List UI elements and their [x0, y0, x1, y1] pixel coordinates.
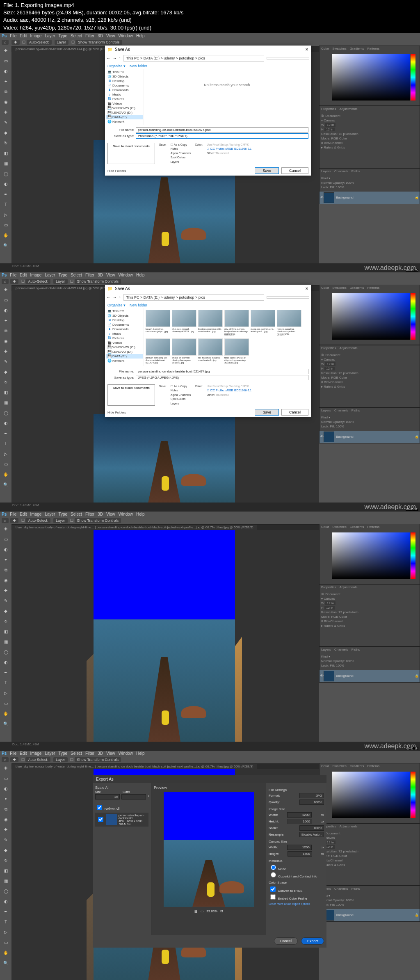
opt-copy[interactable]: As a Copy [174, 143, 187, 146]
new-folder-button[interactable]: New folder [130, 64, 147, 68]
hue-slider[interactable] [411, 54, 415, 101]
file-thumbnail[interactable]: city-skyline-across-body-of-water-during… [224, 310, 248, 336]
menu-edit[interactable]: Edit [20, 33, 27, 39]
move-tool-icon[interactable]: ✚ [1, 285, 11, 295]
file-thumbnail[interactable]: six-assorted-colored-row-boats-1...jpg [198, 338, 222, 365]
marquee-tool-icon[interactable]: ▭ [1, 56, 11, 66]
file-thumbnail[interactable]: blur-boy-casual-close-up-42833...jpg [172, 310, 196, 336]
filename-input[interactable] [136, 369, 308, 374]
document-tab[interactable]: person-standing-on-dock-beside-boat-5214… [12, 46, 115, 52]
menu-window[interactable]: Window [118, 33, 133, 39]
width-input[interactable] [287, 812, 312, 818]
quality-input[interactable] [299, 800, 324, 805]
move-tool-icon[interactable]: ✚ [1, 46, 11, 56]
organize-menu[interactable]: Organize ▾ [107, 64, 126, 68]
menu-select[interactable]: Select [71, 33, 82, 39]
meta-cc-radio[interactable] [271, 872, 276, 877]
cancel-button[interactable]: Cancel [281, 167, 308, 174]
tab-gradients[interactable]: Gradients [350, 47, 364, 50]
menu-3d[interactable]: 3D [98, 33, 103, 39]
resample-input[interactable] [299, 832, 324, 837]
mode-value[interactable]: RGB Color [331, 137, 347, 140]
back-icon[interactable]: ← [107, 56, 110, 60]
crop-tool-icon[interactable]: ⧉ [1, 87, 11, 97]
search-input[interactable] [267, 57, 309, 59]
shape-tool-icon[interactable]: ▭ [1, 220, 11, 230]
cloud-button[interactable]: Save to cloud documents [107, 143, 155, 164]
layer-row-background[interactable]: 👁 Background 🔒 [320, 192, 420, 204]
res-value[interactable]: 72 pixels/inch [338, 132, 358, 136]
add-size-icon[interactable]: + [148, 794, 150, 800]
hand-tool-icon[interactable]: ✋ [1, 231, 11, 240]
tab-layers[interactable]: Layers [321, 169, 331, 173]
savetype-input[interactable] [136, 133, 308, 139]
eyedropper-tool-icon[interactable]: ◉ [1, 97, 11, 107]
suffix-input[interactable] [121, 794, 146, 800]
blur-tool-icon[interactable]: ◯ [1, 169, 11, 179]
gradient-tool-icon[interactable]: ▦ [1, 159, 11, 169]
tab-channels[interactable]: Channels [334, 169, 348, 173]
tab-paths[interactable]: Paths [352, 169, 360, 173]
stamp-tool-icon[interactable]: ◆ [1, 128, 11, 138]
learn-more-link[interactable]: Learn more about export options [269, 902, 324, 905]
tab-swatches[interactable]: Swatches [332, 47, 347, 50]
wand-tool-icon[interactable]: ✦ [1, 77, 11, 87]
grid-icon[interactable]: ▦ [194, 909, 198, 913]
opt-icc[interactable]: ICC Profile: sRGB IEC61966-2.1 [210, 147, 252, 150]
layer-dropdown[interactable]: Layer [55, 40, 69, 45]
dodge-tool-icon[interactable]: ◐ [1, 179, 11, 189]
file-thumbnail[interactable]: businesswoman-with-notebook-s...jpg [198, 310, 222, 336]
tab-properties[interactable]: Properties [321, 107, 336, 111]
width-value[interactable]: 12 in [325, 123, 336, 127]
close-icon[interactable]: ✕ [305, 47, 308, 52]
brush-tool-icon[interactable]: ✎ [1, 118, 11, 128]
menu-file[interactable]: File [10, 33, 16, 39]
savetype-input[interactable] [136, 375, 308, 380]
export-button[interactable]: Export [301, 937, 324, 945]
rulers-section[interactable]: ▸ Rulers & Grids [321, 146, 418, 149]
view-icon[interactable]: ▭ [201, 909, 204, 913]
transform-label[interactable]: Show Transform Controls [75, 40, 122, 45]
menu-image[interactable]: Image [30, 33, 42, 39]
convert-checkbox[interactable] [270, 886, 276, 892]
meta-none-radio[interactable] [271, 865, 276, 870]
menu-view[interactable]: View [106, 33, 115, 39]
cloud-button[interactable]: Save to cloud documents [107, 384, 155, 406]
home-icon[interactable]: ⌂ [2, 40, 9, 45]
path-bar[interactable]: This PC > DATA (E:) > udemy > potoshop >… [123, 55, 265, 62]
menu-filter[interactable]: Filter [85, 33, 94, 39]
heal-tool-icon[interactable]: ✚ [1, 107, 11, 117]
canvas-section[interactable]: ▾ Canvas [321, 119, 418, 122]
home-icon[interactable]: ⌂ [2, 279, 9, 284]
file-thumbnail[interactable]: photo-of-woman-closing-her-eyes-751689.j… [172, 338, 196, 365]
save-button[interactable]: Save [255, 409, 279, 416]
height-input[interactable] [288, 819, 312, 824]
close-icon[interactable]: ✕ [305, 286, 308, 291]
select-all-checkbox[interactable] [97, 805, 102, 810]
bit-depth[interactable]: 8 Bits/Channel [321, 141, 418, 145]
type-tool-icon[interactable]: T [1, 200, 11, 210]
zoom-value[interactable]: 33.83% [206, 909, 217, 913]
zoom-tool-icon[interactable]: 🔍 [1, 241, 11, 251]
fit-icon[interactable]: ⊡ [220, 909, 223, 913]
size-input[interactable] [95, 794, 120, 800]
eraser-tool-icon[interactable]: ◧ [1, 148, 11, 158]
file-thumbnail[interactable]: time-lapse-photo-of-city-during-evening-… [224, 338, 248, 365]
format-input[interactable] [299, 793, 324, 798]
pen-tool-icon[interactable]: ✒ [1, 190, 11, 199]
cheight-input[interactable] [288, 851, 312, 857]
menu-help[interactable]: Help [136, 33, 145, 39]
file-thumbnail[interactable]: beach-boarding-caribbean-jetty-...jpg [146, 310, 169, 336]
file-thumbnail[interactable]: close-up-portrait-of-a-antelope-2...jpg [251, 310, 274, 336]
cancel-button[interactable]: Cancel [281, 409, 308, 416]
file-thumbnail[interactable]: person-standing-on-dock-beside-boat-5214… [146, 338, 169, 365]
path-tool-icon[interactable]: ▷ [1, 210, 11, 220]
lasso-tool-icon[interactable]: ◐ [1, 66, 11, 76]
eye-icon[interactable]: 👁 [320, 196, 324, 199]
embed-checkbox[interactable] [270, 894, 276, 900]
history-tool-icon[interactable]: ↻ [1, 138, 11, 148]
color-picker[interactable] [332, 54, 410, 101]
export-item[interactable]: person-standing-on-dock-besid... JPG 120… [95, 813, 148, 827]
file-thumbnail[interactable]: man-is-wearing-black-suit-jacket-next-pr… [277, 310, 301, 336]
tab-patterns[interactable]: Patterns [368, 47, 380, 50]
